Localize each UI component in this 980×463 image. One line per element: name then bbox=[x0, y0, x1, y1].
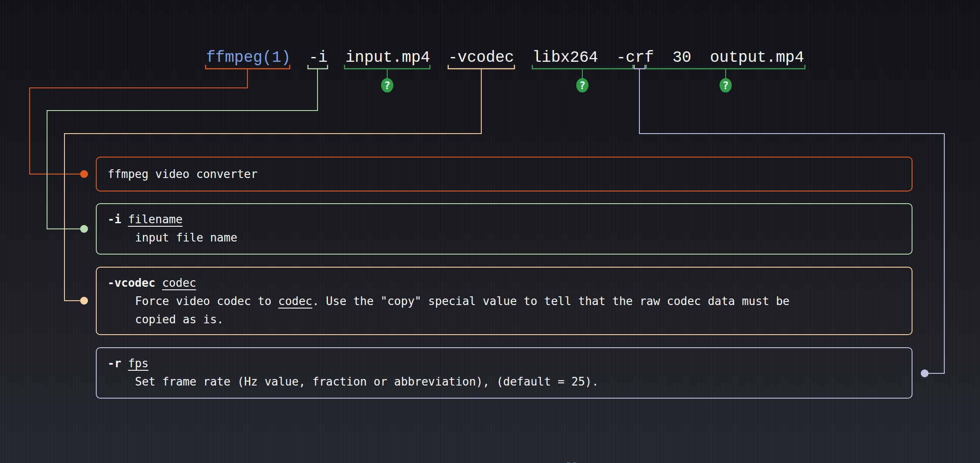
command-token-output-file[interactable]: output.mp4 bbox=[710, 49, 804, 67]
option-desc-vcodec-line2: copied as is. bbox=[135, 310, 901, 329]
option-arg-i: filename bbox=[128, 213, 182, 226]
command-token-crf[interactable]: -crf bbox=[616, 49, 654, 67]
desc-arg-ref: codec bbox=[278, 295, 312, 308]
option-flag-vcodec: -vcodec bbox=[108, 276, 155, 289]
dot-vcodec bbox=[80, 297, 88, 305]
option-heading-r: -rfps bbox=[108, 354, 901, 372]
desc-text: Force video codec to bbox=[135, 295, 278, 308]
option-heading-vcodec: -vcodeccodec bbox=[108, 274, 901, 292]
dot-i-flag bbox=[80, 225, 88, 233]
explainshell-page: ? ? ? ffmpeg(1) -i input.mp4 -vcodec lib… bbox=[0, 0, 980, 463]
option-arg-r: fps bbox=[128, 357, 149, 370]
command-token-input-file[interactable]: input.mp4 bbox=[345, 49, 430, 67]
question-mark-glyph: ? bbox=[723, 80, 729, 92]
unknown-arg-icon[interactable]: ? bbox=[576, 78, 588, 93]
option-desc-i: input file name bbox=[135, 228, 901, 247]
command-token-libx264[interactable]: libx264 bbox=[532, 49, 598, 67]
option-arg-vcodec: codec bbox=[162, 276, 196, 289]
command-token-30[interactable]: 30 bbox=[672, 49, 691, 67]
help-text-ffmpeg: ffmpeg video converter bbox=[108, 165, 257, 183]
question-mark-glyph: ? bbox=[579, 80, 585, 92]
command-token-vcodec[interactable]: -vcodec bbox=[448, 49, 514, 67]
help-box-ffmpeg: ffmpeg video converter bbox=[96, 157, 912, 191]
command-token-i-flag[interactable]: -i bbox=[309, 49, 328, 67]
dot-ffmpeg bbox=[80, 170, 88, 178]
option-flag-i: -i bbox=[108, 213, 121, 226]
dot-r-flag bbox=[921, 369, 929, 377]
command-token-program[interactable]: ffmpeg(1) bbox=[206, 49, 291, 67]
help-box-i-flag: -ifilename input file name bbox=[96, 203, 912, 255]
unknown-arg-icon[interactable]: ? bbox=[720, 78, 732, 93]
footer: source manpages:ffmpeg bbox=[433, 448, 602, 463]
question-mark-glyph: ? bbox=[384, 80, 390, 92]
help-box-vcodec: -vcodeccodec Force video codec to codec.… bbox=[96, 267, 912, 335]
option-heading-i: -ifilename bbox=[108, 210, 901, 228]
desc-text: . Use the "copy" special value to tell t… bbox=[312, 295, 790, 308]
unknown-arg-icon[interactable]: ? bbox=[381, 78, 393, 93]
help-box-r-flag: -rfps Set frame rate (Hz value, fraction… bbox=[96, 347, 912, 399]
option-flag-r: -r bbox=[108, 357, 121, 370]
option-desc-vcodec-line1: Force video codec to codec. Use the "cop… bbox=[135, 292, 901, 310]
option-desc-r: Set frame rate (Hz value, fraction or ab… bbox=[135, 372, 901, 391]
